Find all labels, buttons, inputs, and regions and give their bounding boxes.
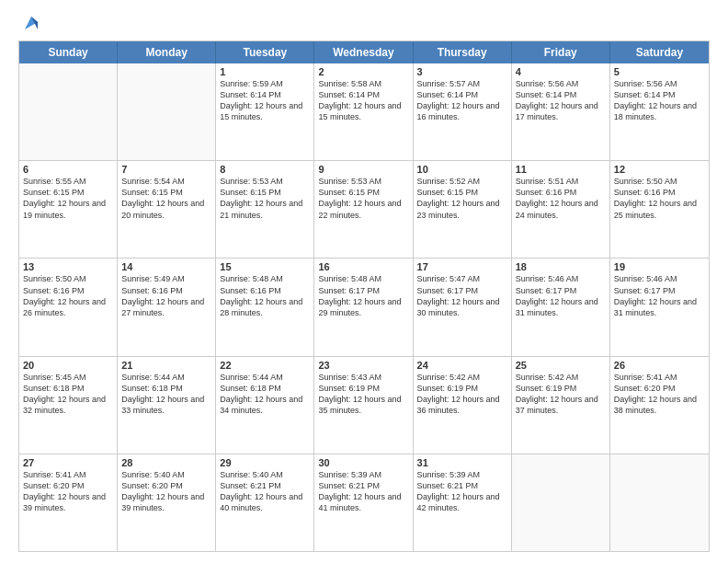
day-info: Sunrise: 5:59 AM Sunset: 6:14 PM Dayligh… [220, 78, 310, 123]
calendar-row-3: 20Sunrise: 5:45 AM Sunset: 6:18 PM Dayli… [19, 356, 709, 454]
day-number: 30 [318, 457, 408, 468]
day-info: Sunrise: 5:50 AM Sunset: 6:16 PM Dayligh… [614, 176, 705, 221]
calendar-row-2: 13Sunrise: 5:50 AM Sunset: 6:16 PM Dayli… [19, 258, 709, 355]
day-info: Sunrise: 5:58 AM Sunset: 6:14 PM Dayligh… [318, 78, 408, 123]
day-number: 26 [614, 360, 705, 371]
day-number: 6 [23, 164, 113, 175]
cal-cell-day-21: 21Sunrise: 5:44 AM Sunset: 6:18 PM Dayli… [118, 357, 216, 454]
cal-cell-empty [610, 454, 709, 551]
day-info: Sunrise: 5:53 AM Sunset: 6:15 PM Dayligh… [318, 176, 408, 221]
day-number: 17 [417, 261, 507, 272]
cal-cell-day-3: 3Sunrise: 5:57 AM Sunset: 6:14 PM Daylig… [414, 63, 512, 160]
calendar-row-1: 6Sunrise: 5:55 AM Sunset: 6:15 PM Daylig… [19, 160, 709, 258]
calendar-body: 1Sunrise: 5:59 AM Sunset: 6:14 PM Daylig… [19, 63, 709, 551]
calendar-row-4: 27Sunrise: 5:41 AM Sunset: 6:20 PM Dayli… [19, 454, 709, 551]
cal-cell-day-30: 30Sunrise: 5:39 AM Sunset: 6:21 PM Dayli… [314, 454, 413, 551]
day-number: 27 [23, 457, 113, 468]
cal-cell-day-27: 27Sunrise: 5:41 AM Sunset: 6:20 PM Dayli… [19, 454, 118, 551]
header [18, 15, 710, 31]
day-info: Sunrise: 5:50 AM Sunset: 6:16 PM Dayligh… [23, 273, 113, 318]
day-number: 4 [516, 66, 606, 77]
logo-icon [21, 13, 41, 33]
cal-cell-day-11: 11Sunrise: 5:51 AM Sunset: 6:16 PM Dayli… [512, 161, 610, 258]
day-number: 10 [417, 164, 507, 175]
day-info: Sunrise: 5:48 AM Sunset: 6:17 PM Dayligh… [318, 273, 408, 318]
cal-cell-day-23: 23Sunrise: 5:43 AM Sunset: 6:19 PM Dayli… [314, 357, 413, 454]
day-number: 11 [516, 164, 606, 175]
cal-cell-day-14: 14Sunrise: 5:49 AM Sunset: 6:16 PM Dayli… [118, 259, 216, 355]
day-number: 14 [121, 261, 211, 272]
calendar: SundayMondayTuesdayWednesdayThursdayFrid… [18, 40, 710, 552]
day-info: Sunrise: 5:47 AM Sunset: 6:17 PM Dayligh… [417, 273, 507, 318]
day-info: Sunrise: 5:52 AM Sunset: 6:15 PM Dayligh… [417, 176, 507, 221]
cal-cell-day-22: 22Sunrise: 5:44 AM Sunset: 6:18 PM Dayli… [216, 357, 314, 454]
cal-cell-day-4: 4Sunrise: 5:56 AM Sunset: 6:14 PM Daylig… [512, 63, 610, 160]
cal-cell-day-17: 17Sunrise: 5:47 AM Sunset: 6:17 PM Dayli… [414, 259, 512, 355]
page: SundayMondayTuesdayWednesdayThursdayFrid… [0, 0, 728, 563]
day-number: 1 [220, 66, 310, 77]
day-info: Sunrise: 5:44 AM Sunset: 6:18 PM Dayligh… [220, 372, 310, 417]
day-info: Sunrise: 5:44 AM Sunset: 6:18 PM Dayligh… [121, 372, 211, 417]
header-day-friday: Friday [512, 41, 610, 63]
cal-cell-day-20: 20Sunrise: 5:45 AM Sunset: 6:18 PM Dayli… [19, 357, 118, 454]
day-number: 29 [220, 457, 310, 468]
day-number: 23 [318, 360, 408, 371]
day-info: Sunrise: 5:54 AM Sunset: 6:15 PM Dayligh… [121, 176, 211, 221]
cal-cell-day-13: 13Sunrise: 5:50 AM Sunset: 6:16 PM Dayli… [19, 259, 118, 355]
day-info: Sunrise: 5:49 AM Sunset: 6:16 PM Dayligh… [121, 273, 211, 318]
cal-cell-day-10: 10Sunrise: 5:52 AM Sunset: 6:15 PM Dayli… [414, 161, 512, 258]
cal-cell-day-1: 1Sunrise: 5:59 AM Sunset: 6:14 PM Daylig… [216, 63, 314, 160]
cal-cell-day-2: 2Sunrise: 5:58 AM Sunset: 6:14 PM Daylig… [314, 63, 413, 160]
day-number: 19 [614, 261, 705, 272]
cal-cell-day-19: 19Sunrise: 5:46 AM Sunset: 6:17 PM Dayli… [610, 259, 709, 355]
cal-cell-day-7: 7Sunrise: 5:54 AM Sunset: 6:15 PM Daylig… [118, 161, 216, 258]
day-number: 5 [614, 66, 705, 77]
day-number: 18 [516, 261, 606, 272]
day-info: Sunrise: 5:45 AM Sunset: 6:18 PM Dayligh… [23, 372, 113, 417]
cal-cell-day-28: 28Sunrise: 5:40 AM Sunset: 6:20 PM Dayli… [118, 454, 216, 551]
day-number: 2 [318, 66, 408, 77]
day-number: 21 [121, 360, 211, 371]
cal-cell-day-5: 5Sunrise: 5:56 AM Sunset: 6:14 PM Daylig… [610, 63, 709, 160]
day-number: 3 [417, 66, 507, 77]
cal-cell-day-24: 24Sunrise: 5:42 AM Sunset: 6:19 PM Dayli… [414, 357, 512, 454]
cal-cell-empty [512, 454, 610, 551]
day-number: 15 [220, 261, 310, 272]
cal-cell-day-8: 8Sunrise: 5:53 AM Sunset: 6:15 PM Daylig… [216, 161, 314, 258]
day-info: Sunrise: 5:46 AM Sunset: 6:17 PM Dayligh… [614, 273, 705, 318]
day-info: Sunrise: 5:43 AM Sunset: 6:19 PM Dayligh… [318, 372, 408, 417]
day-number: 22 [220, 360, 310, 371]
cal-cell-day-9: 9Sunrise: 5:53 AM Sunset: 6:15 PM Daylig… [314, 161, 413, 258]
calendar-header: SundayMondayTuesdayWednesdayThursdayFrid… [19, 41, 709, 63]
day-info: Sunrise: 5:48 AM Sunset: 6:16 PM Dayligh… [220, 273, 310, 318]
day-number: 16 [318, 261, 408, 272]
cal-cell-empty [19, 63, 118, 160]
cal-cell-day-31: 31Sunrise: 5:39 AM Sunset: 6:21 PM Dayli… [414, 454, 512, 551]
day-number: 13 [23, 261, 113, 272]
day-info: Sunrise: 5:57 AM Sunset: 6:14 PM Dayligh… [417, 78, 507, 123]
header-day-monday: Monday [118, 41, 216, 63]
logo [18, 15, 41, 31]
cal-cell-day-12: 12Sunrise: 5:50 AM Sunset: 6:16 PM Dayli… [610, 161, 709, 258]
header-day-thursday: Thursday [414, 41, 512, 63]
day-number: 24 [417, 360, 507, 371]
day-info: Sunrise: 5:40 AM Sunset: 6:20 PM Dayligh… [121, 469, 211, 514]
day-info: Sunrise: 5:42 AM Sunset: 6:19 PM Dayligh… [516, 372, 606, 417]
header-day-sunday: Sunday [19, 41, 118, 63]
day-info: Sunrise: 5:40 AM Sunset: 6:21 PM Dayligh… [220, 469, 310, 514]
day-number: 9 [318, 164, 408, 175]
day-info: Sunrise: 5:51 AM Sunset: 6:16 PM Dayligh… [516, 176, 606, 221]
day-number: 31 [417, 457, 507, 468]
header-day-saturday: Saturday [610, 41, 709, 63]
cal-cell-day-25: 25Sunrise: 5:42 AM Sunset: 6:19 PM Dayli… [512, 357, 610, 454]
day-number: 12 [614, 164, 705, 175]
header-day-tuesday: Tuesday [216, 41, 314, 63]
cal-cell-empty [118, 63, 216, 160]
cal-cell-day-26: 26Sunrise: 5:41 AM Sunset: 6:20 PM Dayli… [610, 357, 709, 454]
day-info: Sunrise: 5:56 AM Sunset: 6:14 PM Dayligh… [516, 78, 606, 123]
day-number: 7 [121, 164, 211, 175]
day-number: 25 [516, 360, 606, 371]
cal-cell-day-16: 16Sunrise: 5:48 AM Sunset: 6:17 PM Dayli… [314, 259, 413, 355]
day-info: Sunrise: 5:42 AM Sunset: 6:19 PM Dayligh… [417, 372, 507, 417]
day-info: Sunrise: 5:41 AM Sunset: 6:20 PM Dayligh… [614, 372, 705, 417]
